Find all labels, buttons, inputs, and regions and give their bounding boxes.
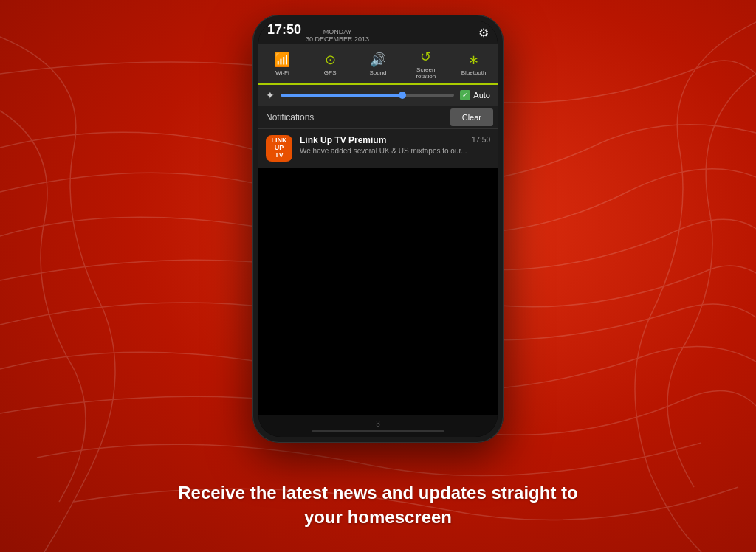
- phone-screen: 17:50 MONDAY 30 DECEMBER 2013 ⚙ 📶 Wi-Fi: [258, 21, 498, 437]
- rotation-icon: ↺: [420, 49, 431, 65]
- sound-icon: 🔊: [370, 52, 386, 68]
- notifications-tab[interactable]: Notifications: [258, 108, 446, 127]
- notification-body: We have added several UK & US mixtapes t…: [300, 147, 490, 155]
- auto-brightness-toggle[interactable]: ✓ Auto: [460, 90, 490, 100]
- auto-label: Auto: [473, 91, 490, 100]
- page-bar: [312, 430, 444, 432]
- page-number: 3: [376, 420, 380, 428]
- brightness-icon: ✦: [266, 89, 275, 101]
- footer-text: Receive the latest news and updates stra…: [0, 480, 756, 530]
- notification-time: 17:50: [472, 136, 490, 144]
- qs-gps[interactable]: ⊙ GPS: [306, 52, 354, 77]
- app-icon-text: LINKUPTV: [272, 137, 287, 159]
- footer-line1: Receive the latest news and updates stra…: [30, 480, 726, 506]
- status-date: 30 DECEMBER 2013: [306, 35, 369, 43]
- notification-content: Link Up TV Premium 17:50 We have added s…: [300, 135, 490, 155]
- status-date-group: MONDAY 30 DECEMBER 2013: [306, 28, 369, 43]
- bluetooth-label: Bluetooth: [461, 70, 487, 77]
- page-indicator: 3: [258, 415, 498, 437]
- status-time-group: 17:50 MONDAY 30 DECEMBER 2013: [267, 22, 369, 43]
- qs-wifi[interactable]: 📶 Wi-Fi: [258, 52, 306, 77]
- wifi-icon: 📶: [274, 52, 290, 68]
- bluetooth-icon: ∗: [468, 52, 479, 68]
- footer-line2: your homescreen: [30, 505, 726, 530]
- brightness-handle: [399, 92, 406, 99]
- phone-mockup: 17:50 MONDAY 30 DECEMBER 2013 ⚙ 📶 Wi-Fi: [252, 15, 504, 443]
- notifications-header: Notifications Clear: [258, 106, 498, 128]
- notification-title: Link Up TV Premium: [300, 135, 386, 145]
- brightness-slider[interactable]: [281, 94, 454, 97]
- clear-button[interactable]: Clear: [450, 108, 493, 126]
- qs-bluetooth[interactable]: ∗ Bluetooth: [450, 52, 498, 77]
- gps-icon: ⊙: [325, 52, 336, 68]
- gps-label: GPS: [324, 70, 337, 77]
- sound-label: Sound: [369, 70, 386, 77]
- auto-checkbox[interactable]: ✓: [460, 90, 470, 100]
- wifi-label: Wi-Fi: [275, 70, 289, 77]
- empty-notification-area: [258, 168, 498, 415]
- brightness-fill: [281, 94, 402, 97]
- status-time: 17:50: [267, 22, 301, 38]
- settings-icon[interactable]: ⚙: [478, 26, 489, 40]
- qs-sound[interactable]: 🔊 Sound: [354, 52, 402, 77]
- quick-settings-bar: 📶 Wi-Fi ⊙ GPS 🔊 Sound ↺ Screen rotation: [258, 44, 498, 85]
- status-bar: 17:50 MONDAY 30 DECEMBER 2013 ⚙: [258, 21, 498, 44]
- app-icon: LINKUPTV: [266, 135, 292, 162]
- qs-rotation[interactable]: ↺ Screen rotation: [402, 49, 450, 80]
- rotation-label: Screen rotation: [416, 67, 436, 80]
- notification-item[interactable]: LINKUPTV Link Up TV Premium 17:50 We hav…: [258, 128, 498, 168]
- notification-title-row: Link Up TV Premium 17:50: [300, 135, 490, 145]
- phone-outer: 17:50 MONDAY 30 DECEMBER 2013 ⚙ 📶 Wi-Fi: [252, 15, 504, 443]
- brightness-row[interactable]: ✦ ✓ Auto: [258, 85, 498, 106]
- status-day: MONDAY: [306, 28, 369, 35]
